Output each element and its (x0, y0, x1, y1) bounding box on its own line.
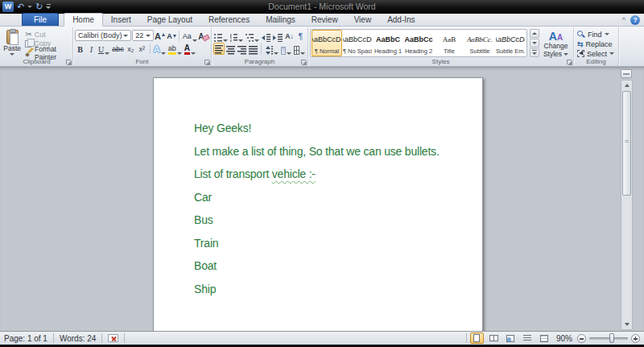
tab-insert[interactable]: Insert (103, 13, 139, 26)
paste-dropdown-arrow-icon[interactable] (10, 53, 14, 56)
underline-button[interactable]: U (97, 43, 110, 55)
bold-button[interactable]: B (75, 43, 85, 55)
style-chip-heading1[interactable]: AaBbC Heading 1 (373, 30, 403, 56)
decrease-indent-button[interactable] (261, 30, 272, 42)
align-left-button[interactable] (213, 43, 225, 55)
scroll-down-arrow-icon[interactable] (625, 323, 630, 326)
styles-scroll-up-button[interactable] (530, 29, 539, 38)
bullets-button[interactable] (213, 30, 229, 42)
styles-dialog-launcher-icon[interactable] (567, 60, 572, 64)
text-highlight-button[interactable]: ab (167, 43, 183, 55)
replace-button[interactable]: ⇆ Replace (576, 39, 617, 48)
strikethrough-button[interactable]: abc (111, 43, 125, 55)
show-paragraph-marks-button[interactable]: ¶ (295, 30, 306, 42)
font-family-select[interactable]: Calibri (Body) (75, 30, 131, 41)
align-center-button[interactable] (225, 43, 236, 55)
draft-view-icon (540, 335, 548, 342)
clipboard-dialog-launcher-icon[interactable] (66, 60, 71, 64)
window-title: Document1 - Microsoft Word (0, 0, 644, 14)
text-effects-button[interactable]: A (153, 43, 167, 55)
help-icon[interactable]: ? (630, 15, 640, 25)
tab-references[interactable]: References (200, 13, 258, 26)
style-chip-normal[interactable]: AaBbCcDc ¶ Normal (312, 30, 342, 56)
fullscreen-reading-view-button[interactable] (487, 333, 501, 344)
document-page[interactable]: Hey Geeks! Let make a list of thing, So … (153, 77, 483, 343)
clear-formatting-button[interactable]: A (198, 30, 209, 42)
numbering-dropdown-arrow-icon (238, 39, 243, 42)
ruler-toggle-icon[interactable] (621, 69, 632, 78)
scrollbar-thumb[interactable] (622, 91, 631, 196)
tab-view[interactable]: View (346, 13, 380, 26)
paste-button[interactable]: Paste (2, 29, 22, 57)
tab-add-ins[interactable]: Add-Ins (379, 13, 423, 26)
styles-more-button[interactable] (530, 48, 539, 57)
tab-file[interactable]: File (22, 13, 59, 26)
style-chip-subtitle[interactable]: AaBbCc. Subtitle (464, 30, 495, 56)
increase-indent-button[interactable] (272, 30, 283, 42)
line-spacing-button[interactable] (264, 43, 279, 55)
minimize-ribbon-icon[interactable]: ^ (622, 15, 625, 25)
font-color-button[interactable]: A (184, 43, 196, 55)
change-styles-label-text: Styles (543, 51, 562, 58)
styles-scroll-down-button[interactable] (530, 39, 539, 48)
tab-home[interactable]: Home (64, 13, 103, 27)
find-dropdown-arrow-icon (605, 33, 609, 35)
zoom-level[interactable]: 90% (556, 334, 572, 343)
tab-page-layout[interactable]: Page Layout (139, 13, 200, 26)
spellcheck-status-icon[interactable] (108, 334, 118, 342)
zoom-out-button[interactable] (577, 334, 586, 343)
cut-button[interactable]: ✂ Cut (25, 31, 71, 39)
shading-button[interactable] (280, 43, 292, 55)
group-editing: Find ⇆ Replace Select Editing (574, 27, 619, 66)
divider (101, 333, 102, 343)
style-chip-no-spacing[interactable]: AaBbCcDc ¶ No Spaci... (342, 30, 373, 56)
zoom-in-button[interactable] (631, 334, 640, 343)
format-painter-icon (25, 48, 32, 57)
format-painter-button[interactable]: Format Painter (25, 48, 71, 57)
divider (53, 333, 54, 343)
paste-label: Paste (3, 45, 21, 52)
zoom-slider-track[interactable] (589, 337, 628, 340)
find-button[interactable]: Find (576, 30, 617, 39)
divider (179, 31, 180, 41)
borders-button[interactable] (293, 43, 306, 55)
style-chip-heading2[interactable]: AaBbCc Heading 2 (403, 30, 434, 56)
font-size-select[interactable]: 22 (132, 30, 153, 41)
style-name: Subtle Em... (496, 48, 525, 55)
grow-font-button[interactable]: A (155, 30, 166, 42)
outline-view-button[interactable] (521, 333, 535, 344)
align-right-button[interactable] (237, 43, 247, 55)
style-chip-subtle-emphasis[interactable]: AaBbCcDc Subtle Em... (495, 30, 526, 56)
tab-review[interactable]: Review (303, 13, 346, 26)
style-name: ¶ No Spaci... (343, 48, 372, 55)
change-styles-icon: A A (549, 30, 563, 42)
shrink-font-icon: A (167, 31, 176, 42)
sort-button[interactable]: A↓ (284, 30, 295, 42)
tab-mailings[interactable]: Mailings (258, 13, 303, 26)
italic-button[interactable]: I (86, 43, 97, 55)
font-dialog-launcher-icon[interactable] (204, 60, 209, 64)
change-case-button[interactable]: Aa (182, 30, 197, 42)
doc-line: Boat (194, 254, 458, 278)
multilevel-list-button[interactable] (245, 30, 260, 42)
style-chip-title[interactable]: AaB Title (434, 30, 464, 56)
scroll-up-arrow-icon[interactable] (625, 84, 630, 87)
divider (466, 333, 467, 343)
shrink-font-button[interactable]: A (166, 30, 176, 42)
page-count-status[interactable]: Page: 1 of 1 (4, 334, 47, 343)
print-layout-view-button[interactable] (470, 333, 484, 344)
superscript-button[interactable]: x² (137, 43, 147, 55)
paragraph-group-label: Paragraph (212, 58, 308, 66)
web-layout-view-button[interactable] (504, 333, 518, 344)
numbering-button[interactable] (229, 30, 245, 42)
subscript-button[interactable]: x₂ (126, 43, 136, 55)
justify-button[interactable] (248, 43, 258, 55)
align-center-icon (226, 46, 235, 55)
group-clipboard: Paste ✂ Cut Copy Format Painter Clipboar… (1, 27, 73, 66)
paragraph-dialog-launcher-icon[interactable] (301, 60, 306, 64)
zoom-slider-thumb[interactable] (609, 333, 614, 343)
draft-view-button[interactable] (538, 333, 551, 344)
select-button[interactable]: Select (576, 49, 617, 58)
vertical-scrollbar[interactable] (621, 80, 633, 330)
word-count-status[interactable]: Words: 24 (60, 334, 96, 343)
